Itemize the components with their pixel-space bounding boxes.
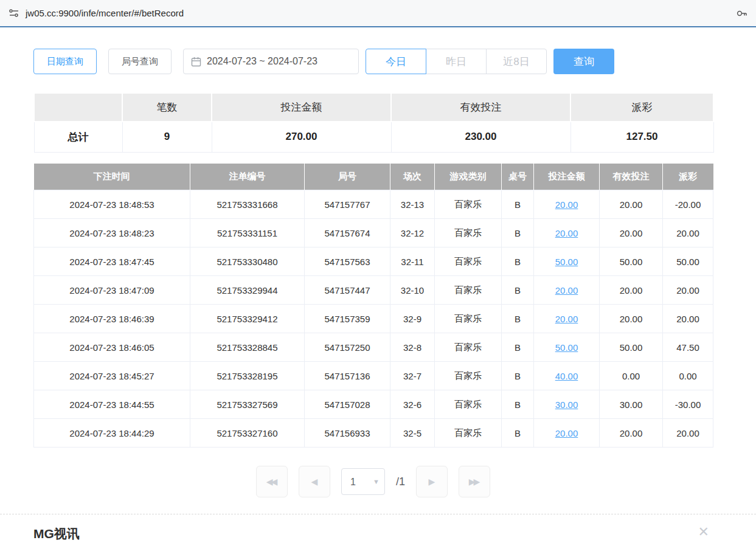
cell-order-no: 521753328845 <box>190 333 305 362</box>
table-row: 2024-07-23 18:46:39 521753329412 5471573… <box>34 305 713 333</box>
cell-valid-bet: 20.00 <box>600 219 663 247</box>
cell-session: 32-11 <box>390 247 435 276</box>
bet-amount-link[interactable]: 40.00 <box>555 371 578 381</box>
address-bar: jw05.cc:9900/infe/mcenter/#/betRecord <box>0 0 756 27</box>
cell-table-no: B <box>502 362 534 390</box>
summary-total-bet: 270.00 <box>212 122 391 152</box>
cell-payout: 20.00 <box>663 419 713 448</box>
calendar-icon <box>191 57 201 67</box>
cell-game-type: 百家乐 <box>435 362 502 390</box>
table-row: 2024-07-23 18:46:05 521753328845 5471572… <box>34 333 713 362</box>
cell-game-type: 百家乐 <box>435 390 502 419</box>
next-page-button[interactable]: ▶ <box>416 466 448 497</box>
bet-record-table: 下注时间 注单编号 局号 场次 游戏类别 桌号 投注金额 有效投注 派彩 202… <box>33 164 713 448</box>
cell-round-no: 547157028 <box>305 390 390 419</box>
cell-payout: -30.00 <box>663 390 713 419</box>
filter-bar: 日期查询 局号查询 2024-07-23 ~ 2024-07-23 今日 昨日 … <box>33 49 713 74</box>
cell-bet-amount: 20.00 <box>534 190 600 219</box>
header-session: 场次 <box>390 164 435 190</box>
cell-table-no: B <box>502 247 534 276</box>
header-valid-bet: 有效投注 <box>600 164 663 190</box>
prev-page-button[interactable]: ◀ <box>299 466 330 497</box>
table-row: 2024-07-23 18:44:29 521753327160 5471569… <box>34 419 713 448</box>
bet-amount-link[interactable]: 50.00 <box>555 257 578 267</box>
cell-payout: 20.00 <box>663 219 713 247</box>
cell-order-no: 521753331151 <box>190 219 305 247</box>
header-game-type: 游戏类别 <box>435 164 502 190</box>
cell-order-no: 521753330480 <box>190 247 305 276</box>
cell-bet-time: 2024-07-23 18:48:23 <box>34 219 190 247</box>
header-bet-amount: 投注金额 <box>534 164 600 190</box>
table-row: 2024-07-23 18:48:23 521753331151 5471576… <box>34 219 713 247</box>
first-page-button[interactable]: ◀◀ <box>256 466 288 497</box>
cell-game-type: 百家乐 <box>435 276 502 305</box>
bet-amount-link[interactable]: 30.00 <box>555 399 578 410</box>
table-row: 2024-07-23 18:47:09 521753329944 5471574… <box>34 276 713 305</box>
header-round-no: 局号 <box>305 164 390 190</box>
cell-bet-time: 2024-07-23 18:45:27 <box>34 362 190 390</box>
cell-bet-amount: 30.00 <box>534 390 600 419</box>
date-query-tab[interactable]: 日期查询 <box>33 49 97 74</box>
bet-amount-link[interactable]: 50.00 <box>555 342 578 353</box>
summary-total-row: 总计 9 270.00 230.00 127.50 <box>34 122 713 152</box>
cell-session: 32-5 <box>390 419 435 448</box>
bet-table-body: 2024-07-23 18:48:53 521753331668 5471577… <box>34 190 713 448</box>
url-text[interactable]: jw05.cc:9900/infe/mcenter/#/betRecord <box>26 8 729 18</box>
round-query-tab[interactable]: 局号查询 <box>108 49 172 74</box>
cell-valid-bet: 20.00 <box>600 190 663 219</box>
cell-round-no: 547157563 <box>305 247 390 276</box>
key-icon[interactable] <box>735 7 747 19</box>
section-divider <box>0 514 756 514</box>
cell-payout: 20.00 <box>663 276 713 305</box>
cell-order-no: 521753327160 <box>190 419 305 448</box>
cell-session: 32-13 <box>390 190 435 219</box>
cell-bet-amount: 50.00 <box>534 247 600 276</box>
cell-table-no: B <box>502 390 534 419</box>
bet-amount-link[interactable]: 20.00 <box>555 199 578 210</box>
cell-bet-time: 2024-07-23 18:44:29 <box>34 419 190 448</box>
cell-order-no: 521753328195 <box>190 362 305 390</box>
last-page-icon: ▶▶ <box>469 477 479 486</box>
page-select[interactable]: 1 <box>341 468 385 495</box>
cell-payout: 20.00 <box>663 305 713 333</box>
quick-date-group: 今日 昨日 近8日 <box>366 49 547 74</box>
bet-amount-link[interactable]: 20.00 <box>555 428 578 438</box>
last-8-days-button[interactable]: 近8日 <box>486 49 547 74</box>
date-range-input[interactable]: 2024-07-23 ~ 2024-07-23 <box>183 49 359 74</box>
cell-session: 32-9 <box>390 305 435 333</box>
summary-corner-cell <box>34 93 122 122</box>
collapse-icon[interactable]: ✕ <box>698 525 709 539</box>
page-total-label: /1 <box>396 476 405 488</box>
cell-bet-amount: 20.00 <box>534 419 600 448</box>
summary-header-row: 笔数 投注金额 有效投注 派彩 <box>34 93 713 122</box>
header-table-no: 桌号 <box>502 164 534 190</box>
site-info-icon[interactable] <box>9 8 19 19</box>
summary-total-payout: 127.50 <box>570 122 713 152</box>
cell-valid-bet: 20.00 <box>600 276 663 305</box>
bet-amount-link[interactable]: 20.00 <box>555 285 578 296</box>
cell-round-no: 547157136 <box>305 362 390 390</box>
bet-amount-link[interactable]: 20.00 <box>555 228 578 238</box>
cell-valid-bet: 50.00 <box>600 247 663 276</box>
mg-video-section-header[interactable]: MG视讯 ✕ <box>33 525 713 542</box>
table-row: 2024-07-23 18:48:53 521753331668 5471577… <box>34 190 713 219</box>
summary-header-payout: 派彩 <box>570 93 713 122</box>
cell-table-no: B <box>502 219 534 247</box>
table-row: 2024-07-23 18:47:45 521753330480 5471575… <box>34 247 713 276</box>
bet-amount-link[interactable]: 20.00 <box>555 314 578 324</box>
summary-total-label: 总计 <box>34 122 122 152</box>
cell-table-no: B <box>502 276 534 305</box>
last-page-button[interactable]: ▶▶ <box>459 466 490 497</box>
cell-round-no: 547156933 <box>305 419 390 448</box>
cell-round-no: 547157359 <box>305 305 390 333</box>
cell-valid-bet: 0.00 <box>600 362 663 390</box>
cell-bet-time: 2024-07-23 18:48:53 <box>34 190 190 219</box>
yesterday-button[interactable]: 昨日 <box>426 49 487 74</box>
cell-payout: -20.00 <box>663 190 713 219</box>
today-button[interactable]: 今日 <box>366 49 426 74</box>
cell-valid-bet: 20.00 <box>600 305 663 333</box>
section-title: MG视讯 <box>33 525 80 542</box>
summary-header-bet: 投注金额 <box>212 93 391 122</box>
cell-payout: 47.50 <box>663 333 713 362</box>
search-button[interactable]: 查询 <box>553 49 614 74</box>
